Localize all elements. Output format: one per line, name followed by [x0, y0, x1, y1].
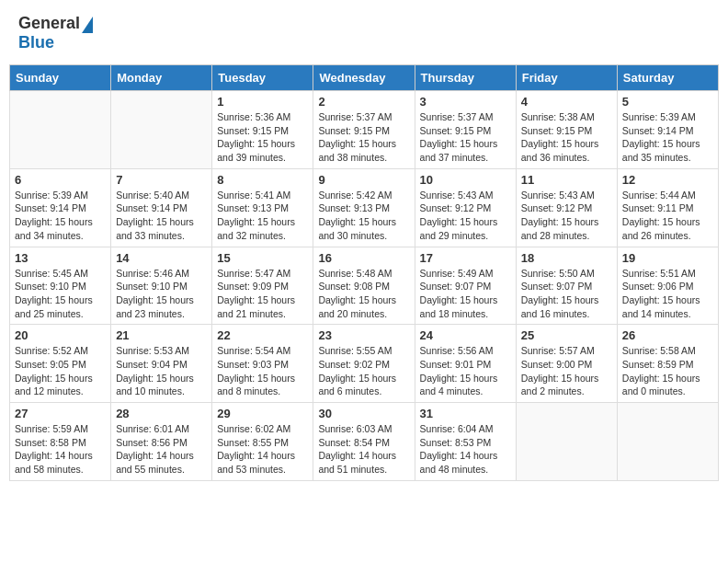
day-info: Sunrise: 5:55 AMSunset: 9:02 PMDaylight:… — [318, 344, 409, 398]
calendar-cell: 23Sunrise: 5:55 AMSunset: 9:02 PMDayligh… — [313, 325, 415, 403]
day-number: 7 — [116, 173, 207, 187]
calendar-header-row: SundayMondayTuesdayWednesdayThursdayFrid… — [10, 65, 719, 91]
calendar-cell: 13Sunrise: 5:45 AMSunset: 9:10 PMDayligh… — [10, 247, 111, 325]
day-number: 25 — [521, 328, 612, 342]
calendar-cell: 9Sunrise: 5:42 AMSunset: 9:13 PMDaylight… — [313, 168, 415, 247]
day-number: 17 — [420, 251, 511, 265]
calendar-cell: 2Sunrise: 5:37 AMSunset: 9:15 PMDaylight… — [313, 91, 415, 169]
day-number: 12 — [622, 173, 713, 187]
calendar-cell: 17Sunrise: 5:49 AMSunset: 9:07 PMDayligh… — [415, 247, 516, 325]
calendar-cell — [111, 91, 212, 169]
calendar-cell — [10, 91, 111, 169]
day-info: Sunrise: 6:01 AMSunset: 8:56 PMDaylight:… — [116, 422, 207, 477]
calendar-table: SundayMondayTuesdayWednesdayThursdayFrid… — [9, 64, 719, 481]
day-number: 27 — [15, 407, 106, 420]
calendar-cell: 12Sunrise: 5:44 AMSunset: 9:11 PMDayligh… — [617, 168, 718, 247]
day-number: 15 — [217, 251, 308, 265]
day-info: Sunrise: 5:38 AMSunset: 9:15 PMDaylight:… — [521, 110, 612, 165]
calendar-cell: 21Sunrise: 5:53 AMSunset: 9:04 PMDayligh… — [111, 325, 212, 403]
logo-blue-text: Blue — [18, 33, 54, 52]
calendar-week-row: 20Sunrise: 5:52 AMSunset: 9:05 PMDayligh… — [10, 325, 719, 403]
day-info: Sunrise: 5:56 AMSunset: 9:01 PMDaylight:… — [420, 344, 511, 398]
calendar-cell: 15Sunrise: 5:47 AMSunset: 9:09 PMDayligh… — [212, 247, 313, 325]
col-header-monday: Monday — [111, 65, 212, 91]
day-number: 10 — [420, 173, 511, 187]
day-number: 24 — [420, 328, 511, 342]
calendar-cell: 11Sunrise: 5:43 AMSunset: 9:12 PMDayligh… — [516, 168, 617, 247]
calendar-cell: 26Sunrise: 5:58 AMSunset: 8:59 PMDayligh… — [617, 325, 718, 403]
logo: General Blue — [18, 14, 93, 52]
col-header-sunday: Sunday — [10, 65, 111, 91]
calendar-cell: 27Sunrise: 5:59 AMSunset: 8:58 PMDayligh… — [10, 403, 111, 481]
day-number: 8 — [217, 173, 308, 187]
day-number: 20 — [15, 328, 106, 342]
calendar-cell: 29Sunrise: 6:02 AMSunset: 8:55 PMDayligh… — [212, 403, 313, 481]
day-number: 21 — [116, 328, 207, 342]
day-number: 4 — [521, 95, 612, 109]
day-number: 18 — [521, 251, 612, 265]
calendar-cell: 8Sunrise: 5:41 AMSunset: 9:13 PMDaylight… — [212, 168, 313, 247]
day-info: Sunrise: 5:43 AMSunset: 9:12 PMDaylight:… — [521, 189, 612, 243]
calendar-cell: 19Sunrise: 5:51 AMSunset: 9:06 PMDayligh… — [617, 247, 718, 325]
calendar-cell: 24Sunrise: 5:56 AMSunset: 9:01 PMDayligh… — [415, 325, 516, 403]
calendar-cell: 20Sunrise: 5:52 AMSunset: 9:05 PMDayligh… — [10, 325, 111, 403]
calendar-cell: 25Sunrise: 5:57 AMSunset: 9:00 PMDayligh… — [516, 325, 617, 403]
calendar-cell — [516, 403, 617, 481]
day-number: 2 — [318, 95, 409, 109]
calendar-cell: 30Sunrise: 6:03 AMSunset: 8:54 PMDayligh… — [313, 403, 415, 481]
calendar-week-row: 6Sunrise: 5:39 AMSunset: 9:14 PMDaylight… — [10, 168, 719, 247]
day-info: Sunrise: 5:39 AMSunset: 9:14 PMDaylight:… — [622, 110, 713, 165]
day-info: Sunrise: 5:37 AMSunset: 9:15 PMDaylight:… — [420, 110, 511, 165]
day-number: 16 — [318, 251, 409, 265]
day-info: Sunrise: 5:53 AMSunset: 9:04 PMDaylight:… — [116, 344, 207, 398]
day-info: Sunrise: 6:04 AMSunset: 8:53 PMDaylight:… — [420, 422, 511, 477]
calendar-cell: 31Sunrise: 6:04 AMSunset: 8:53 PMDayligh… — [415, 403, 516, 481]
day-info: Sunrise: 5:44 AMSunset: 9:11 PMDaylight:… — [622, 189, 713, 243]
day-info: Sunrise: 5:57 AMSunset: 9:00 PMDaylight:… — [521, 344, 612, 398]
day-info: Sunrise: 5:46 AMSunset: 9:10 PMDaylight:… — [116, 267, 207, 321]
day-number: 19 — [622, 251, 713, 265]
calendar-cell: 6Sunrise: 5:39 AMSunset: 9:14 PMDaylight… — [10, 168, 111, 247]
day-info: Sunrise: 6:03 AMSunset: 8:54 PMDaylight:… — [318, 422, 409, 477]
day-number: 30 — [318, 407, 409, 420]
day-info: Sunrise: 5:37 AMSunset: 9:15 PMDaylight:… — [318, 110, 409, 165]
col-header-friday: Friday — [516, 65, 617, 91]
calendar-cell: 3Sunrise: 5:37 AMSunset: 9:15 PMDaylight… — [415, 91, 516, 169]
col-header-saturday: Saturday — [617, 65, 718, 91]
calendar-cell: 16Sunrise: 5:48 AMSunset: 9:08 PMDayligh… — [313, 247, 415, 325]
col-header-tuesday: Tuesday — [212, 65, 313, 91]
day-info: Sunrise: 5:41 AMSunset: 9:13 PMDaylight:… — [217, 189, 308, 243]
day-info: Sunrise: 5:49 AMSunset: 9:07 PMDaylight:… — [420, 267, 511, 321]
col-header-wednesday: Wednesday — [313, 65, 415, 91]
calendar-week-row: 27Sunrise: 5:59 AMSunset: 8:58 PMDayligh… — [10, 403, 719, 481]
calendar-cell — [617, 403, 718, 481]
calendar-cell: 10Sunrise: 5:43 AMSunset: 9:12 PMDayligh… — [415, 168, 516, 247]
day-number: 22 — [217, 328, 308, 342]
day-number: 31 — [420, 407, 511, 420]
calendar-week-row: 13Sunrise: 5:45 AMSunset: 9:10 PMDayligh… — [10, 247, 719, 325]
calendar-cell: 4Sunrise: 5:38 AMSunset: 9:15 PMDaylight… — [516, 91, 617, 169]
day-number: 14 — [116, 251, 207, 265]
calendar-cell: 5Sunrise: 5:39 AMSunset: 9:14 PMDaylight… — [617, 91, 718, 169]
page-header: General Blue — [9, 9, 719, 57]
logo-general-text: General — [18, 14, 80, 33]
day-number: 23 — [318, 328, 409, 342]
day-info: Sunrise: 5:39 AMSunset: 9:14 PMDaylight:… — [15, 189, 106, 243]
day-number: 9 — [318, 173, 409, 187]
day-info: Sunrise: 5:36 AMSunset: 9:15 PMDaylight:… — [217, 110, 308, 165]
calendar-cell: 1Sunrise: 5:36 AMSunset: 9:15 PMDaylight… — [212, 91, 313, 169]
day-info: Sunrise: 5:47 AMSunset: 9:09 PMDaylight:… — [217, 267, 308, 321]
day-info: Sunrise: 5:59 AMSunset: 8:58 PMDaylight:… — [15, 422, 106, 477]
calendar-week-row: 1Sunrise: 5:36 AMSunset: 9:15 PMDaylight… — [10, 91, 719, 169]
calendar-cell: 18Sunrise: 5:50 AMSunset: 9:07 PMDayligh… — [516, 247, 617, 325]
day-info: Sunrise: 5:40 AMSunset: 9:14 PMDaylight:… — [116, 189, 207, 243]
day-info: Sunrise: 5:43 AMSunset: 9:12 PMDaylight:… — [420, 189, 511, 243]
day-info: Sunrise: 5:48 AMSunset: 9:08 PMDaylight:… — [318, 267, 409, 321]
day-number: 5 — [622, 95, 713, 109]
day-number: 6 — [15, 173, 106, 187]
day-number: 1 — [217, 95, 308, 109]
day-number: 3 — [420, 95, 511, 109]
day-info: Sunrise: 5:50 AMSunset: 9:07 PMDaylight:… — [521, 267, 612, 321]
col-header-thursday: Thursday — [415, 65, 516, 91]
calendar-cell: 14Sunrise: 5:46 AMSunset: 9:10 PMDayligh… — [111, 247, 212, 325]
